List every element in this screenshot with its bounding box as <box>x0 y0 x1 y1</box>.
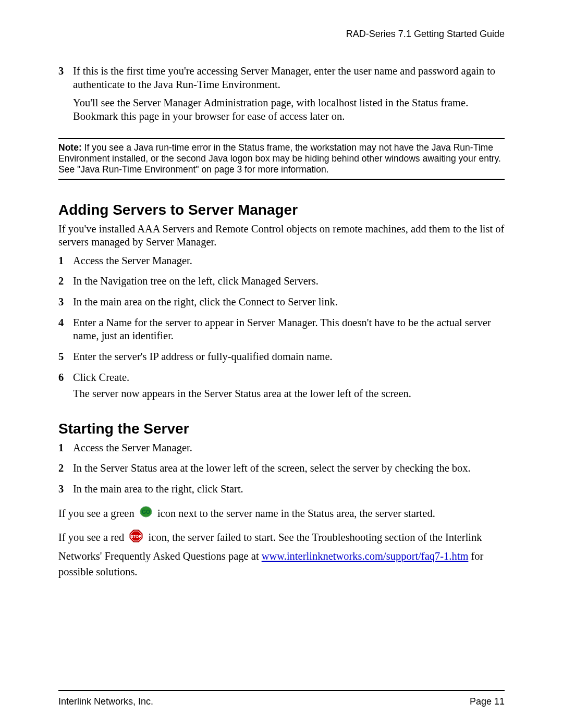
step-body: Enter a Name for the server to appear in… <box>73 316 505 346</box>
note-box: Note: If you see a Java run-time error i… <box>58 138 505 180</box>
step-text: In the Server Status area at the lower l… <box>73 462 505 475</box>
list-item: 2 In the Navigation tree on the left, cl… <box>58 275 505 291</box>
step-text: Access the Server Manager. <box>73 441 505 455</box>
step-number: 3 <box>58 65 73 129</box>
page-container: RAD-Series 7.1 Getting Started Guide 3 I… <box>0 0 563 728</box>
page-header: RAD-Series 7.1 Getting Started Guide <box>58 29 505 40</box>
step-para-2: You'll see the Server Manager Administra… <box>73 96 505 123</box>
step-body: In the Server Status area at the lower l… <box>73 462 505 478</box>
step-body: Access the Server Manager. <box>73 254 505 271</box>
red-icon-para: If you see a red STOP icon, the server f… <box>58 529 505 580</box>
step-number: 1 <box>58 441 73 458</box>
green-icon-para: If you see a green GO icon next to the s… <box>58 505 505 523</box>
list-item: 3 In the main area on the right, click t… <box>58 295 505 312</box>
step-body: In the Navigation tree on the left, clic… <box>73 275 505 291</box>
step-body: Enter the server's IP address or fully-q… <box>73 350 505 367</box>
step-body: Click Create. The server now appears in … <box>73 371 505 404</box>
step-text: Enter a Name for the server to appear in… <box>73 316 505 343</box>
header-title: RAD-Series 7.1 Getting Started Guide <box>346 29 505 39</box>
note-label: Note: <box>58 142 82 153</box>
step-body: In the main area to the right, click Sta… <box>73 483 505 499</box>
section1-intro: If you've installed AAA Servers and Remo… <box>58 223 505 249</box>
section1-steps: 1 Access the Server Manager. 2 In the Na… <box>58 254 505 404</box>
heading-adding-servers: Adding Servers to Server Manager <box>58 202 505 218</box>
step-body: If this is the first time you're accessi… <box>73 65 505 129</box>
list-item: 4 Enter a Name for the server to appear … <box>58 316 505 346</box>
list-item: 6 Click Create. The server now appears i… <box>58 371 505 404</box>
list-item: 1 Access the Server Manager. <box>58 254 505 271</box>
heading-starting-server: Starting the Server <box>58 421 505 437</box>
step-text: Enter the server's IP address or fully-q… <box>73 350 505 364</box>
footer-right: Page 11 <box>470 696 505 707</box>
note-text: If you see a Java run-time error in the … <box>58 142 501 175</box>
list-item: 3 In the main area to the right, click S… <box>58 483 505 499</box>
step-text: Click Create. <box>73 371 505 385</box>
intro-step-3: 3 If this is the first time you're acces… <box>58 65 505 129</box>
step-text: In the main area on the right, click the… <box>73 295 505 309</box>
footer-left: Interlink Networks, Inc. <box>58 696 153 707</box>
svg-text:STOP: STOP <box>131 534 141 538</box>
step-text: In the main area to the right, click Sta… <box>73 483 505 496</box>
green-before: If you see a green <box>58 508 137 519</box>
green-after: icon next to the server name in the Stat… <box>157 508 435 519</box>
page-footer: Interlink Networks, Inc. Page 11 <box>58 690 505 707</box>
step-para-1: If this is the first time you're accessi… <box>73 65 505 91</box>
step-text: In the Navigation tree on the left, clic… <box>73 275 505 288</box>
list-item: 5 Enter the server's IP address or fully… <box>58 350 505 367</box>
step-number: 1 <box>58 254 73 271</box>
step-number: 6 <box>58 371 73 404</box>
faq-link[interactable]: www.interlinknetworks.com/support/faq7-1… <box>262 550 469 562</box>
section2-steps: 1 Access the Server Manager. 2 In the Se… <box>58 441 505 499</box>
red-before: If you see a red <box>58 532 127 543</box>
list-item: 1 Access the Server Manager. <box>58 441 505 458</box>
step-body: Access the Server Manager. <box>73 441 505 458</box>
step-number: 2 <box>58 462 73 478</box>
step-number: 3 <box>58 295 73 312</box>
stop-icon: STOP <box>129 529 143 548</box>
step-extra: The server now appears in the Server Sta… <box>73 387 505 401</box>
step-number: 4 <box>58 316 73 346</box>
go-icon: GO <box>139 506 153 523</box>
step-text: Access the Server Manager. <box>73 254 505 268</box>
svg-text:GO: GO <box>142 509 150 515</box>
list-item: 2 In the Server Status area at the lower… <box>58 462 505 478</box>
step-body: In the main area on the right, click the… <box>73 295 505 312</box>
step-number: 3 <box>58 483 73 499</box>
step-number: 2 <box>58 275 73 291</box>
step-number: 5 <box>58 350 73 367</box>
